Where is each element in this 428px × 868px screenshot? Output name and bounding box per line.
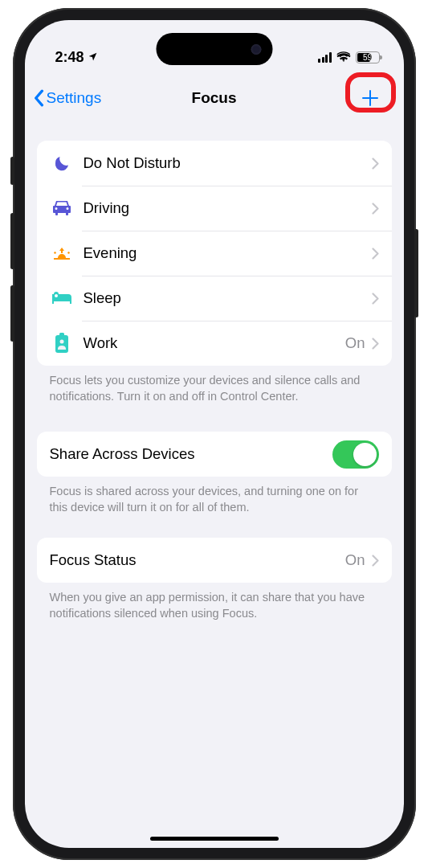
focus-row-driving[interactable]: Driving bbox=[37, 186, 392, 231]
chevron-left-icon bbox=[33, 89, 44, 107]
cellular-icon bbox=[318, 52, 332, 63]
sunset-icon bbox=[50, 241, 74, 265]
chevron-right-icon bbox=[372, 555, 379, 567]
status-time: 2:48 bbox=[55, 49, 84, 66]
focus-modes-group: Do Not Disturb Driving Evening bbox=[37, 141, 392, 366]
svg-point-2 bbox=[59, 340, 63, 344]
screen: 2:48 59 bbox=[25, 20, 404, 848]
wifi-icon bbox=[336, 49, 351, 66]
focus-row-label: Driving bbox=[84, 199, 372, 217]
focus-modes-footer: Focus lets you customize your devices an… bbox=[37, 366, 392, 404]
focus-row-label: Sleep bbox=[84, 289, 372, 307]
share-label: Share Across Devices bbox=[50, 445, 332, 463]
moon-icon bbox=[50, 151, 74, 175]
focus-status-detail: On bbox=[345, 551, 365, 569]
badge-icon bbox=[50, 331, 74, 355]
chevron-right-icon bbox=[372, 338, 379, 350]
battery-percent: 59 bbox=[363, 53, 372, 62]
status-right: 59 bbox=[318, 49, 380, 66]
location-icon bbox=[88, 51, 98, 64]
chevron-right-icon bbox=[372, 248, 379, 260]
volume-down-button bbox=[10, 285, 14, 342]
back-button-label: Settings bbox=[47, 89, 102, 107]
svg-rect-0 bbox=[55, 335, 68, 353]
chevron-right-icon bbox=[372, 158, 379, 170]
focus-status-label: Focus Status bbox=[50, 551, 345, 569]
chevron-right-icon bbox=[372, 203, 379, 215]
focus-row-label: Work bbox=[84, 334, 345, 352]
home-indicator[interactable] bbox=[150, 837, 279, 841]
camera-dot bbox=[251, 44, 261, 55]
volume-up-button bbox=[10, 213, 14, 269]
bed-icon bbox=[50, 286, 74, 310]
car-icon bbox=[50, 196, 74, 220]
plus-icon bbox=[361, 88, 380, 108]
focus-status-footer: When you give an app permission, it can … bbox=[37, 583, 392, 621]
share-across-devices-row: Share Across Devices bbox=[37, 432, 392, 477]
nav-bar: Settings Focus bbox=[25, 75, 404, 121]
status-left: 2:48 bbox=[55, 49, 98, 66]
dynamic-island bbox=[156, 33, 272, 65]
focus-row-sleep[interactable]: Sleep bbox=[37, 276, 392, 321]
svg-rect-1 bbox=[59, 333, 64, 337]
focus-status-group: Focus Status On bbox=[37, 538, 392, 583]
focus-row-work[interactable]: Work On bbox=[37, 321, 392, 366]
share-toggle[interactable] bbox=[332, 440, 379, 469]
share-group: Share Across Devices bbox=[37, 432, 392, 477]
focus-status-row[interactable]: Focus Status On bbox=[37, 538, 392, 583]
focus-row-label: Do Not Disturb bbox=[84, 154, 372, 172]
phone-frame: 2:48 59 bbox=[13, 8, 416, 860]
chevron-right-icon bbox=[372, 293, 379, 305]
mute-switch bbox=[10, 157, 14, 185]
focus-row-evening[interactable]: Evening bbox=[37, 231, 392, 276]
power-button bbox=[414, 229, 418, 317]
page-title: Focus bbox=[192, 89, 237, 107]
content: Do Not Disturb Driving Evening bbox=[25, 121, 404, 621]
battery-icon: 59 bbox=[356, 51, 380, 63]
back-button[interactable]: Settings bbox=[33, 89, 102, 107]
share-footer: Focus is shared across your devices, and… bbox=[37, 477, 392, 515]
focus-row-detail: On bbox=[345, 334, 365, 352]
focus-row-label: Evening bbox=[84, 244, 372, 262]
add-focus-button[interactable] bbox=[353, 80, 388, 116]
focus-row-do-not-disturb[interactable]: Do Not Disturb bbox=[37, 141, 392, 186]
